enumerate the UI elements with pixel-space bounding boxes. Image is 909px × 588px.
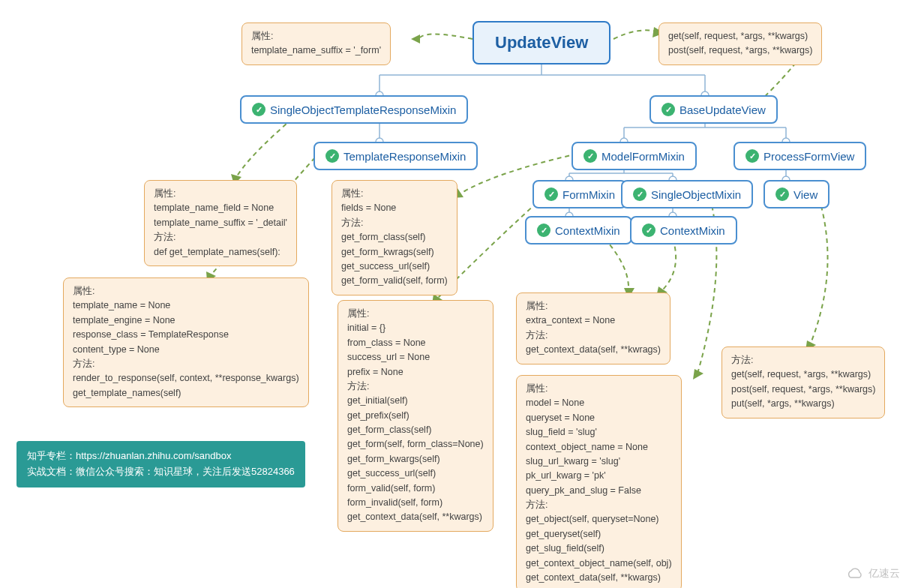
class-sotrm: ✓SingleObjectTemplateResponseMixin [240,95,468,124]
info-getpost: get(self, request, *args, **kwargs) post… [658,22,822,65]
check-icon: ✓ [746,149,759,163]
class-buv: ✓BaseUpdateView [650,95,778,124]
label: ModelFormMixin [602,150,685,163]
cloud-icon [844,567,866,580]
root-node: UpdateView [472,21,610,64]
info-mfm: 属性: fields = None 方法: get_form_class(sel… [332,180,458,296]
svg-marker-18 [693,369,704,380]
info-pfv: 方法: get(self, request, *args, **kwargs) … [722,346,885,418]
check-icon: ✓ [537,224,550,237]
footer-l1: 知乎专栏：https://zhuanlan.zhihu.com/sandbox [27,448,295,464]
label: ProcessFormView [764,150,854,163]
class-view: ✓View [764,180,830,208]
class-cm1: ✓ContextMixin [525,216,632,244]
label: ContextMixin [555,224,620,237]
info-suffix: 属性: template_name_suffix = '_form' [242,22,391,65]
svg-marker-10 [411,34,420,44]
check-icon: ✓ [252,103,266,116]
info-fm: 属性: initial = {} from_class = None succe… [338,300,494,532]
check-icon: ✓ [776,188,789,201]
class-cm2: ✓ContextMixin [630,216,737,244]
label: FormMixin [562,188,615,201]
info-som: 属性: model = None queryset = None slug_fi… [516,375,682,588]
label: SingleObjectMixin [651,188,741,201]
label: View [794,188,818,201]
footer-credits: 知乎专栏：https://zhuanlan.zhihu.com/sandbox … [16,441,305,488]
class-fm: ✓FormMixin [532,180,627,208]
label: ContextMixin [660,224,725,237]
check-icon: ✓ [642,224,656,237]
class-mfm: ✓ModelFormMixin [572,142,697,170]
check-icon: ✓ [662,103,675,116]
class-pfv: ✓ProcessFormView [734,142,866,170]
class-trm: ✓TemplateResponseMixin [314,142,478,170]
footer-l2: 实战文档：微信公众号搜索：知识星球，关注后发送52824366 [27,464,295,480]
watermark: 亿速云 [844,567,900,580]
watermark-text: 亿速云 [868,567,900,580]
check-icon: ✓ [326,149,339,163]
class-som: ✓SingleObjectMixin [621,180,753,208]
label: TemplateResponseMixin [344,150,466,163]
info-sotrm: 属性: template_name_field = None template_… [144,180,297,266]
info-cm: 属性: extra_context = None 方法: get_context… [516,292,670,364]
check-icon: ✓ [544,188,558,201]
label: BaseUpdateView [680,104,766,116]
label: SingleObjectTemplateResponseMixin [270,104,456,116]
check-icon: ✓ [584,149,597,163]
check-icon: ✓ [633,188,646,201]
info-trm: 属性: template_name = None template_engine… [63,278,309,407]
